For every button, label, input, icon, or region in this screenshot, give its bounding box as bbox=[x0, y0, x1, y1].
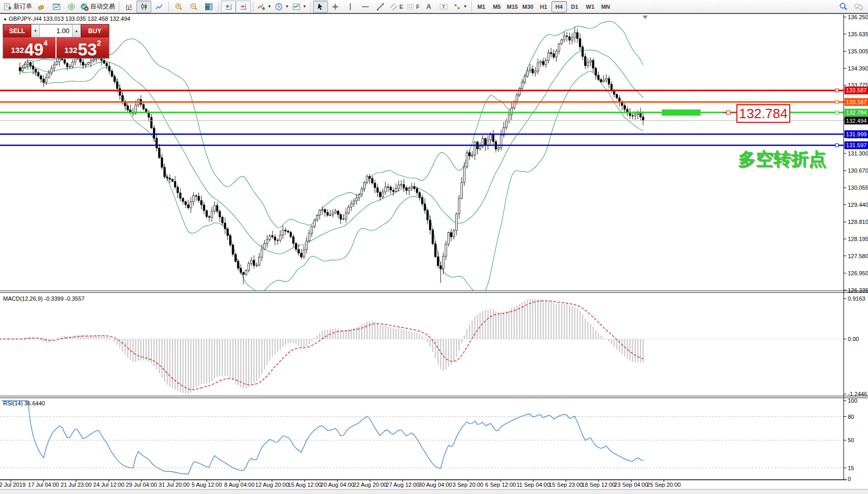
timeframe-button-h1[interactable]: H1 bbox=[536, 1, 551, 12]
candlestick-button[interactable] bbox=[136, 1, 151, 13]
dropdown-caret-icon: ▼ bbox=[285, 4, 289, 9]
horizontal-line-button[interactable] bbox=[358, 1, 373, 13]
styler-button[interactable] bbox=[34, 1, 49, 13]
price-tick-label: 128.195 bbox=[848, 236, 868, 242]
timeframe-button-m15[interactable]: M15 bbox=[505, 1, 520, 12]
volume-increase-button[interactable]: ▲ bbox=[72, 24, 81, 37]
toolbar-separator bbox=[119, 2, 119, 12]
price-tick-label: 130.055 bbox=[848, 185, 868, 191]
symbol-timeframe: GBPJPY-,H4 bbox=[9, 16, 41, 22]
volume-input[interactable] bbox=[40, 24, 72, 37]
clock-icon bbox=[275, 3, 283, 11]
price-tick-label: 126.335 bbox=[848, 287, 868, 293]
vertical-line-button[interactable] bbox=[343, 1, 358, 13]
templates-dropdown-button[interactable]: ▼ bbox=[291, 1, 308, 13]
time-tick-label: 31 Jul 20:00 bbox=[159, 482, 190, 488]
new-chart-button[interactable] bbox=[49, 1, 64, 13]
time-tick-label: 6 Sep 12:00 bbox=[485, 482, 516, 488]
price-badge-label: 132.494 bbox=[846, 118, 867, 124]
macd-tick-label: 0.9163 bbox=[848, 295, 865, 302]
collapse-arrow-icon[interactable]: ▲ bbox=[3, 17, 7, 21]
dropdown-caret-icon: ▼ bbox=[303, 4, 307, 9]
price-tick-label: 136.250 bbox=[848, 14, 868, 20]
timeframe-button-d1[interactable]: D1 bbox=[567, 1, 582, 12]
timeframe-button-m30[interactable]: M30 bbox=[520, 1, 536, 12]
price-badge-label: 133.587 bbox=[846, 87, 867, 93]
time-tick-label: 20 Aug 04:00 bbox=[321, 482, 354, 488]
candlestick-icon bbox=[140, 3, 148, 11]
time-tick-label: 29 Jul 04:00 bbox=[126, 482, 157, 488]
zoom-out-button[interactable] bbox=[186, 1, 201, 13]
crosshair-icon bbox=[331, 3, 339, 11]
fibonacci-button[interactable]: F bbox=[405, 1, 421, 13]
vertical-line-icon bbox=[346, 3, 354, 11]
price-tick-label: 126.950 bbox=[848, 270, 868, 276]
sell-button[interactable]: SELL bbox=[3, 24, 31, 37]
dropdown-caret-icon: ▼ bbox=[463, 4, 467, 9]
time-tick-label: 15 Aug 12:00 bbox=[288, 482, 322, 488]
toolbar-separator bbox=[168, 2, 169, 12]
buy-price-display[interactable]: 132 53 2 bbox=[56, 37, 109, 58]
toolbar-separator bbox=[471, 2, 472, 12]
price-badge-label: 131.999 bbox=[846, 131, 867, 137]
text-button[interactable]: A bbox=[421, 1, 436, 13]
rsi-tick-label: 80 bbox=[848, 414, 854, 420]
market-watch-button[interactable] bbox=[64, 1, 79, 13]
price-tick-label: 130.670 bbox=[848, 167, 868, 174]
sell-price-prefix: 132 bbox=[11, 46, 24, 54]
equidistant-channel-button[interactable]: E bbox=[388, 1, 405, 13]
price-badge-label: 131.597 bbox=[846, 142, 867, 148]
line-chart-button[interactable] bbox=[151, 1, 166, 13]
buy-price-prefix: 132 bbox=[64, 46, 77, 54]
price-tick-label: 128.810 bbox=[848, 219, 868, 225]
status-strip bbox=[0, 489, 868, 494]
time-tick-label: 21 Jul 23:00 bbox=[61, 482, 92, 488]
cursor-button[interactable] bbox=[313, 1, 328, 13]
timeframe-button-h4[interactable]: H4 bbox=[551, 1, 567, 12]
tile-windows-button[interactable] bbox=[201, 1, 216, 13]
chart-title: ▲ GBPJPY-,H4 133.013 133.035 132.458 132… bbox=[3, 16, 130, 22]
volume-decrease-button[interactable]: ▼ bbox=[31, 24, 40, 37]
text-label-button[interactable]: T bbox=[436, 1, 451, 13]
price-tick-label: 127.580 bbox=[848, 253, 868, 259]
timeframe-button-mn[interactable]: MN bbox=[598, 1, 614, 12]
autotrading-button[interactable]: 自动交易 bbox=[79, 1, 117, 13]
new-order-icon bbox=[4, 3, 12, 11]
periods-dropdown-button[interactable]: ▼ bbox=[273, 1, 291, 13]
price-tick-label: 135.005 bbox=[848, 48, 868, 54]
chart-canvas[interactable]: 136.250135.635135.005134.390133.775133.1… bbox=[0, 0, 868, 494]
price-tick-label: 135.635 bbox=[848, 31, 868, 37]
time-tick-label: 18 Sep 12:00 bbox=[581, 482, 615, 488]
rsi-indicator-label: RSI(14) 36.6440 bbox=[3, 400, 45, 406]
trendline-button[interactable] bbox=[373, 1, 388, 13]
arrows-icon bbox=[453, 3, 461, 11]
chart-shift-icon bbox=[239, 3, 248, 11]
search-button[interactable] bbox=[836, 1, 851, 13]
signal-icon bbox=[67, 3, 76, 11]
crosshair-button[interactable] bbox=[328, 1, 343, 13]
timeframe-button-w1[interactable]: W1 bbox=[582, 1, 598, 12]
buy-button[interactable]: BUY bbox=[81, 24, 109, 37]
callout-anchor bbox=[727, 111, 730, 115]
toolbar-right-group bbox=[836, 1, 866, 13]
sell-price-display[interactable]: 132 49 4 bbox=[3, 37, 55, 58]
indicators-dropdown-button[interactable]: ▼ bbox=[255, 1, 273, 13]
chat-button[interactable] bbox=[851, 1, 866, 13]
rsi-tick-label: 15 bbox=[848, 465, 854, 471]
macd-indicator-label: MACD(12,26,9) -0.3399 -0.3557 bbox=[3, 295, 84, 302]
arrows-dropdown-button[interactable]: ▼ bbox=[451, 1, 469, 13]
timeframe-button-m1[interactable]: M1 bbox=[474, 1, 489, 12]
auto-scroll-button[interactable] bbox=[221, 1, 236, 13]
new-order-button[interactable]: 新订单 bbox=[2, 1, 34, 13]
autotrading-icon bbox=[80, 3, 89, 11]
bar-chart-button[interactable] bbox=[121, 1, 136, 13]
timeframe-button-m5[interactable]: M5 bbox=[489, 1, 505, 12]
time-tick-label: 24 Jul 12:00 bbox=[93, 482, 124, 488]
macd-tick-label: -1.2446 bbox=[848, 391, 867, 397]
chart-shift-button[interactable] bbox=[236, 1, 251, 13]
new-order-label: 新订单 bbox=[13, 2, 32, 11]
tile-windows-icon bbox=[205, 3, 213, 11]
level-handle bbox=[835, 89, 838, 92]
zoom-in-button[interactable] bbox=[171, 1, 186, 13]
template-icon bbox=[292, 3, 301, 11]
